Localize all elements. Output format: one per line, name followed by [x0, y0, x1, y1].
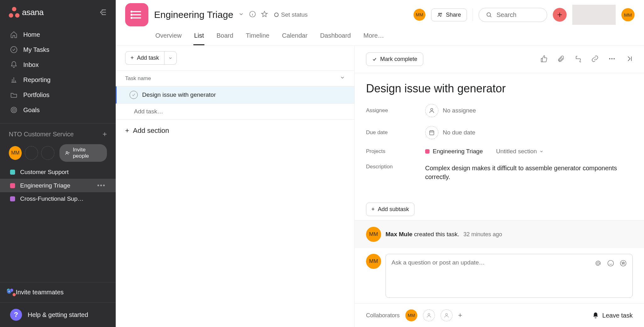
attachment-icon[interactable]: [557, 55, 565, 64]
current-user-avatar[interactable]: MM: [621, 8, 635, 21]
more-icon[interactable]: [608, 55, 616, 64]
close-detail-icon[interactable]: [625, 55, 633, 64]
add-subtask-button[interactable]: + Add subtask: [366, 203, 414, 216]
tab-timeline[interactable]: Timeline: [245, 29, 270, 45]
task-detail-title[interactable]: Design issue with generator: [366, 82, 633, 95]
sidebar-item-my-tasks[interactable]: My Tasks: [0, 42, 116, 57]
activity-avatar[interactable]: MM: [366, 227, 381, 242]
chart-icon: [10, 76, 18, 84]
search-input[interactable]: Search: [479, 8, 547, 22]
project-label: Customer Support: [20, 169, 106, 176]
separator: [473, 8, 473, 21]
invite-people-button[interactable]: Invite people: [59, 144, 107, 162]
star-icon[interactable]: [261, 11, 268, 19]
set-status-button[interactable]: Set status: [274, 11, 308, 18]
sidebar-item-reporting[interactable]: Reporting: [0, 72, 116, 87]
tab-calendar[interactable]: Calendar: [281, 29, 308, 45]
collaborators-label: Collaborators: [366, 312, 400, 319]
task-row[interactable]: Design issue with generator: [116, 86, 354, 104]
sidebar-item-portfolios[interactable]: Portfolios: [0, 87, 116, 102]
tab-dashboard[interactable]: Dashboard: [319, 29, 352, 45]
svg-point-19: [620, 260, 626, 266]
add-collaborator-slot[interactable]: [441, 309, 452, 321]
svg-point-0: [11, 46, 17, 53]
comment-avatar[interactable]: MM: [366, 254, 381, 269]
description-text[interactable]: Complex design makes it difficult to ass…: [425, 164, 626, 181]
sidebar-item-inbox[interactable]: Inbox: [0, 57, 116, 72]
leave-task-button[interactable]: Leave task: [592, 312, 633, 319]
project-member-avatar[interactable]: MM: [414, 9, 425, 21]
tab-overview[interactable]: Overview: [155, 29, 182, 45]
placeholder-block: [572, 5, 616, 25]
user-avatar[interactable]: MM: [9, 146, 22, 160]
team-avatars-row: MM Invite people: [0, 142, 116, 166]
project-item-customer-support[interactable]: Customer Support: [0, 166, 116, 179]
chevron-down-icon[interactable]: [238, 11, 244, 18]
tab-more[interactable]: More…: [363, 29, 385, 45]
global-create-button[interactable]: +: [553, 8, 567, 22]
activity-actor[interactable]: Max Mule: [386, 231, 413, 237]
emoji-icon[interactable]: [607, 260, 614, 268]
set-status-label: Set status: [281, 11, 308, 18]
add-task-label: Add task: [137, 55, 159, 61]
section-dropdown[interactable]: Untitled section: [496, 148, 544, 155]
project-chip[interactable]: Engineering Triage: [425, 148, 483, 155]
invite-teammates-button[interactable]: + Invite teammates: [0, 282, 116, 302]
svg-point-7: [131, 17, 132, 18]
empty-avatar-slot[interactable]: [25, 146, 38, 160]
project-tile-icon[interactable]: [125, 3, 148, 26]
add-collaborator-slot[interactable]: [423, 309, 435, 321]
due-date-field[interactable]: No due date: [425, 126, 475, 139]
assignee-value: No assignee: [443, 107, 476, 114]
empty-avatar-slot[interactable]: [41, 146, 54, 160]
subtask-icon[interactable]: [574, 55, 582, 64]
add-task-dropdown[interactable]: [164, 52, 176, 64]
comment-input[interactable]: Ask a question or post an update…: [386, 254, 633, 298]
link-icon[interactable]: [591, 55, 599, 64]
like-icon[interactable]: [540, 55, 548, 64]
help-icon: ?: [10, 309, 22, 321]
share-label: Share: [446, 12, 461, 18]
share-button[interactable]: Share: [431, 8, 467, 21]
svg-point-20: [428, 313, 430, 315]
bell-icon: [10, 61, 18, 68]
calendar-icon: [425, 126, 438, 139]
project-menu-icon[interactable]: •••: [97, 182, 106, 189]
complete-task-checkbox[interactable]: [130, 91, 138, 99]
tab-list[interactable]: List: [193, 29, 204, 45]
mark-complete-button[interactable]: Mark complete: [366, 52, 423, 66]
star-icon[interactable]: [620, 260, 627, 268]
workspace-name: NTO Customer Service: [9, 131, 74, 138]
sidebar-item-label: Reporting: [23, 76, 51, 84]
info-icon[interactable]: [249, 11, 256, 19]
home-icon: [10, 31, 18, 38]
add-task-button[interactable]: + Add task: [125, 52, 164, 64]
project-item-cross-functional[interactable]: Cross-Functional Sup…: [0, 192, 116, 205]
add-collaborator-button[interactable]: +: [458, 311, 462, 319]
svg-point-15: [431, 108, 433, 111]
asana-logo[interactable]: asana: [9, 7, 43, 18]
column-options-icon[interactable]: [340, 75, 345, 82]
asana-logo-icon: [9, 7, 19, 18]
add-section-button[interactable]: + Add section: [116, 120, 354, 142]
sidebar-item-goals[interactable]: Goals: [0, 102, 116, 117]
help-button[interactable]: ? Help & getting started: [0, 302, 116, 327]
collapse-sidebar-button[interactable]: [99, 8, 107, 16]
workspace-header[interactable]: NTO Customer Service +: [0, 127, 116, 142]
assignee-field[interactable]: No assignee: [425, 104, 476, 117]
add-subtask-label: Add subtask: [378, 206, 409, 213]
status-dot-icon: [274, 13, 279, 17]
add-task-inline[interactable]: Add task…: [116, 104, 354, 120]
asana-wordmark: asana: [22, 8, 43, 17]
sidebar-item-home[interactable]: Home: [0, 27, 116, 42]
add-task-placeholder: Add task…: [134, 108, 163, 115]
project-title: Engineering Triage: [154, 9, 233, 20]
target-icon: [10, 106, 18, 114]
plus-icon[interactable]: +: [103, 130, 107, 139]
assignee-label: Assignee: [366, 107, 425, 114]
project-item-engineering-triage[interactable]: Engineering Triage •••: [0, 179, 116, 192]
collaborator-avatar[interactable]: MM: [405, 309, 417, 321]
column-header-task-name[interactable]: Task name: [125, 75, 151, 82]
tab-board[interactable]: Board: [216, 29, 234, 45]
mention-icon[interactable]: [595, 260, 602, 268]
